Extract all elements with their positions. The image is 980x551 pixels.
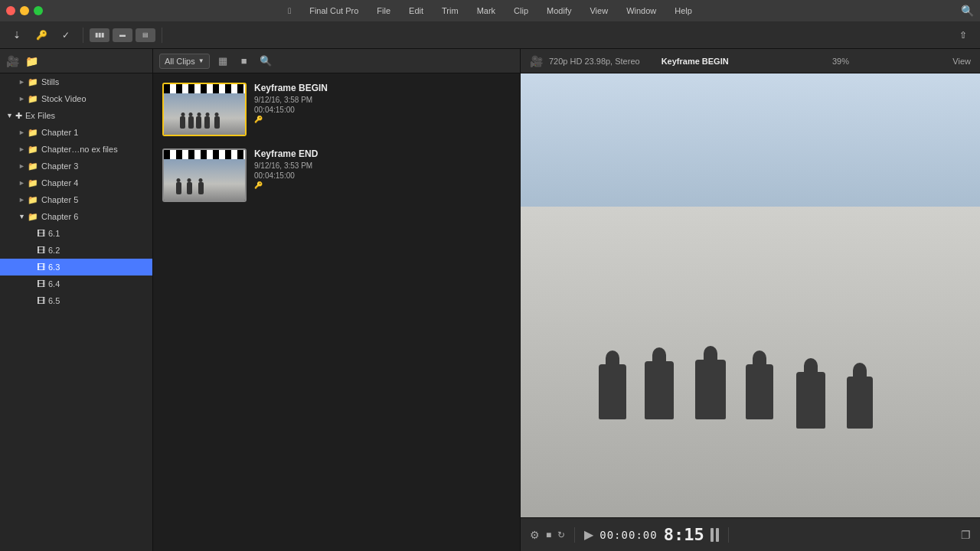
sidebar-item-chapter6[interactable]: ▼ 📁 Chapter 6 (0, 208, 152, 225)
sidebar-item-6-2[interactable]: 🎞 6.2 (0, 242, 152, 259)
sidebar-header: 🎥 📁 (0, 49, 152, 73)
clip-scene-end (164, 159, 245, 201)
soldier-viewer-3 (695, 360, 726, 419)
clip-6-3-icon: 🎞 (37, 262, 45, 272)
clip-name-keyframe-end: Keyframe END (254, 148, 511, 159)
menu-clip[interactable]: Clip (511, 5, 531, 17)
folder-chnoex-icon: 📁 (28, 145, 38, 155)
maximize-button[interactable] (34, 6, 43, 15)
timecode-display: 00:00:00 (599, 529, 657, 541)
layout-btn-1[interactable]: ▮▮▮ (90, 28, 109, 42)
main-layout: 🎥 📁 ► 📁 Stills ► 📁 Stock Video ▼ ✚ Ex Fi… (0, 49, 980, 551)
menu-trim[interactable]: Trim (439, 5, 462, 17)
viewer-tech-info: 720p HD 23.98p, Stereo (549, 57, 640, 66)
sidebar-item-chapter1[interactable]: ► 📁 Chapter 1 (0, 124, 152, 141)
clip-name-keyframe-begin: Keyframe BEGIN (254, 83, 511, 93)
search-icon[interactable]: 🔍 (961, 5, 974, 17)
folder-ch5-icon: 📁 (28, 195, 38, 205)
clip-item-keyframe-begin[interactable]: Keyframe BEGIN 9/12/16, 3:58 PM 00:04:15… (159, 80, 514, 139)
sidebar-label-chapter5: Chapter 5 (41, 195, 78, 204)
camera-icon[interactable]: 🎥 (6, 55, 19, 67)
output-settings-icon[interactable]: ⚙ (530, 529, 540, 541)
layout-btn-2[interactable]: ▬ (113, 28, 132, 42)
big-timecode-display: 8:15 (664, 525, 704, 544)
titlebar:  Final Cut Pro File Edit Trim Mark Clip… (0, 0, 980, 21)
soldier-viewer-5 (796, 372, 825, 429)
share-button[interactable]: ⇧ (952, 26, 974, 44)
sidebar-label-chapter3: Chapter 3 (41, 161, 78, 171)
soldier-5 (214, 116, 220, 129)
soldier-3 (196, 116, 201, 129)
menu-edit[interactable]: Edit (406, 5, 426, 17)
clip-6-2-icon: 🎞 (37, 246, 45, 255)
clip-duration-keyframe-end: 00:04:15:00 (254, 171, 511, 180)
browser-content: Keyframe BEGIN 9/12/16, 3:58 PM 00:04:15… (153, 73, 520, 551)
pause-bar-1 (710, 528, 714, 542)
stabilize-icon[interactable]: ↻ (557, 530, 565, 540)
fullscreen-icon[interactable]: ❐ (961, 529, 971, 541)
menu-mark[interactable]: Mark (474, 5, 498, 17)
browser-search-button[interactable]: 🔍 (257, 53, 274, 70)
clip-filter-button[interactable]: ■ (236, 53, 253, 70)
sidebar-label-stills: Stills (41, 77, 59, 86)
menu-help[interactable]: Help (671, 5, 695, 17)
minimize-button[interactable] (20, 6, 29, 15)
sidebar-item-chapter-no-ex[interactable]: ► 📁 Chapter…no ex files (0, 141, 152, 158)
play-button[interactable]: ▶ (584, 527, 593, 542)
ground-bg (521, 207, 980, 517)
sidebar-item-6-5[interactable]: 🎞 6.5 (0, 292, 152, 309)
soldier-end-3 (198, 182, 204, 194)
menu-window[interactable]: Window (623, 5, 659, 17)
tree-arrow-ex-files: ▼ (6, 112, 15, 119)
sidebar-label-6-5: 6.5 (48, 296, 60, 305)
sidebar-item-stills[interactable]: ► 📁 Stills (0, 73, 152, 90)
viewer-view-button[interactable]: View (952, 57, 971, 66)
viewer-panel: 🎥 720p HD 23.98p, Stereo Keyframe BEGIN … (521, 49, 980, 551)
controls-separator (574, 527, 575, 543)
folder-icon[interactable]: 📁 (25, 55, 38, 67)
sidebar-item-chapter3[interactable]: ► 📁 Chapter 3 (0, 158, 152, 174)
folder-ch1-icon: 📁 (28, 128, 38, 138)
sidebar-label-6-3: 6.3 (48, 262, 60, 272)
clip-appearance-button[interactable]: ▦ (214, 53, 231, 70)
clip-item-keyframe-end[interactable]: Keyframe END 9/12/16, 3:53 PM 00:04:15:0… (159, 145, 514, 205)
close-button[interactable] (6, 6, 15, 15)
sidebar-item-6-4[interactable]: 🎞 6.4 (0, 276, 152, 292)
viewer-controls: ⚙ ■ ↻ ▶ 00:00:00 8:15 ❐ (521, 517, 980, 551)
import-button[interactable]: ⇣ (6, 26, 28, 44)
crop-icon[interactable]: ■ (546, 530, 551, 540)
tree-arrow-ch6: ▼ (18, 213, 28, 220)
menu-file[interactable]: File (374, 5, 394, 17)
titlebar-right-controls: 🔍 (961, 5, 974, 17)
clapboard-stripes (164, 84, 245, 93)
folder-ch6-icon: 📁 (28, 212, 38, 222)
sidebar-item-6-3[interactable]: 🎞 6.3 (0, 259, 152, 276)
menu-modify[interactable]: Modify (544, 5, 574, 17)
sidebar: 🎥 📁 ► 📁 Stills ► 📁 Stock Video ▼ ✚ Ex Fi… (0, 49, 153, 551)
sidebar-item-chapter4[interactable]: ► 📁 Chapter 4 (0, 174, 152, 191)
main-toolbar: ⇣ 🔑 ✓ ▮▮▮ ▬ ▤ ⇧ (0, 21, 980, 49)
clip-6-1-icon: 🎞 (37, 229, 45, 238)
analyze-button[interactable]: ✓ (55, 26, 77, 44)
folder-ch4-icon: 📁 (28, 178, 38, 188)
smart-folder-icon: ✚ (15, 111, 22, 121)
toolbar-separator-2 (162, 28, 162, 43)
soldier-2 (188, 116, 194, 129)
viewer-header: 🎥 720p HD 23.98p, Stereo Keyframe BEGIN … (521, 49, 980, 73)
sidebar-item-ex-files[interactable]: ▼ ✚ Ex Files (0, 107, 152, 124)
layout-btn-3[interactable]: ▤ (136, 28, 155, 42)
menu-view[interactable]: View (586, 5, 611, 17)
menu-app[interactable]: Final Cut Pro (306, 5, 361, 17)
menu-apple[interactable]:  (285, 5, 294, 17)
sidebar-item-6-1[interactable]: 🎞 6.1 (0, 225, 152, 242)
sidebar-label-chapter1: Chapter 1 (41, 128, 78, 137)
browser-panel: All Clips ▼ ▦ ■ 🔍 (153, 49, 521, 551)
sidebar-item-chapter5[interactable]: ► 📁 Chapter 5 (0, 191, 152, 208)
clip-scene (164, 93, 245, 135)
tree-arrow-stills: ► (18, 78, 28, 86)
filter-dropdown[interactable]: All Clips ▼ (159, 54, 210, 69)
sidebar-item-stock-video[interactable]: ► 📁 Stock Video (0, 90, 152, 107)
keyword-button[interactable]: 🔑 (31, 26, 52, 44)
clip-date-keyframe-end: 9/12/16, 3:53 PM (254, 161, 511, 170)
folder-ch3-icon: 📁 (28, 161, 38, 171)
